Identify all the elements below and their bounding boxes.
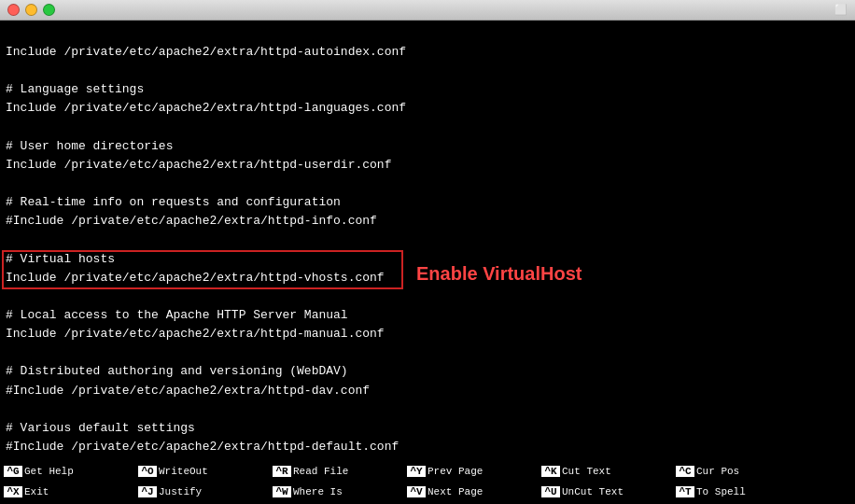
footer-item-1-2[interactable]: ^WWhere Is: [269, 486, 403, 497]
editor-line: [6, 231, 849, 249]
footer-item-1-0[interactable]: ^XExit: [0, 486, 134, 497]
shortcut-label: Get Help: [24, 466, 74, 477]
editor-line: # Real-time info on requests and configu…: [6, 193, 849, 212]
footer-item-0-5[interactable]: ^CCur Pos: [672, 466, 806, 477]
editor-line: [6, 343, 849, 362]
shortcut-label: Justify: [159, 486, 202, 497]
editor-line: # User home directories: [6, 137, 849, 156]
footer-item-0-2[interactable]: ^RRead File: [269, 466, 403, 477]
enable-virtualhost-label: Enable VirtualHost: [416, 259, 582, 288]
shortcut-key: ^K: [541, 466, 560, 477]
footer-item-1-3[interactable]: ^VNext Page: [403, 486, 538, 497]
footer-item-1-4[interactable]: ^UUnCut Text: [538, 486, 672, 497]
footer-item-0-4[interactable]: ^KCut Text: [538, 466, 672, 477]
close-button[interactable]: [7, 4, 20, 16]
shortcut-label: Prev Page: [428, 466, 483, 477]
editor-line: [6, 456, 849, 459]
footer-item-0-3[interactable]: ^YPrev Page: [403, 466, 538, 477]
editor-line: #Include /private/etc/apache2/extra/http…: [6, 212, 849, 231]
shortcut-label: To Spell: [696, 486, 746, 497]
shortcut-key: ^R: [273, 466, 291, 477]
shortcut-label: UnCut Text: [562, 486, 624, 497]
editor-line: #Include /private/etc/apache2/extra/http…: [6, 438, 849, 456]
shortcut-label: Cut Text: [562, 466, 611, 477]
footer-row-1: ^XExit^JJustify^WWhere Is^VNext Page^UUn…: [0, 486, 855, 497]
footer-item-1-1[interactable]: ^JJustify: [134, 486, 269, 497]
editor-line: Include /private/etc/apache2/extra/httpd…: [6, 43, 849, 62]
editor-line: Include /private/etc/apache2/extra/httpd…: [6, 156, 849, 175]
shortcut-key: ^C: [676, 466, 694, 477]
footer-item-1-5[interactable]: ^TTo Spell: [672, 486, 806, 497]
editor-line: #Include /private/etc/apache2/extra/http…: [6, 382, 849, 400]
editor-line: Include /private/etc/apache2/extra/httpd…: [6, 325, 849, 343]
editor-line: # Language settings: [6, 80, 849, 99]
shortcut-key: ^J: [138, 486, 157, 497]
editor-line: # Distributed authoring and versioning (…: [6, 362, 849, 381]
shortcut-label: Exit: [24, 486, 49, 497]
shortcut-key: ^U: [541, 486, 560, 497]
nano-footer: ^GGet Help^OWriteOut^RRead File^YPrev Pa…: [0, 459, 855, 504]
shortcut-key: ^G: [4, 466, 22, 477]
editor-line: [6, 287, 849, 306]
editor-line: Include /private/etc/apache2/extra/httpd…: [6, 99, 849, 118]
maximize-button[interactable]: [43, 4, 55, 16]
resize-icon: ⬜: [834, 4, 848, 16]
shortcut-label: WriteOut: [159, 466, 208, 477]
shortcut-label: Where Is: [293, 486, 343, 497]
editor-line: # Local access to the Apache HTTP Server…: [6, 306, 849, 325]
shortcut-key: ^X: [4, 486, 22, 497]
footer-row-0: ^GGet Help^OWriteOut^RRead File^YPrev Pa…: [0, 466, 855, 477]
editor-line: [6, 400, 849, 419]
shortcut-key: ^V: [407, 486, 426, 497]
shortcut-key: ^W: [273, 486, 291, 497]
shortcut-key: ^Y: [407, 466, 426, 477]
footer-item-0-1[interactable]: ^OWriteOut: [134, 466, 269, 477]
editor-line: [6, 175, 849, 193]
shortcut-label: Next Page: [428, 486, 483, 497]
title-bar: ⬜: [0, 0, 855, 21]
editor-line: [6, 119, 849, 137]
minimize-button[interactable]: [25, 4, 37, 16]
editor-line: [6, 62, 849, 80]
window-controls: [7, 4, 55, 16]
editor-line: # Various default settings: [6, 419, 849, 438]
footer-item-0-0[interactable]: ^GGet Help: [0, 466, 134, 477]
nano-header: [0, 21, 855, 39]
shortcut-label: Read File: [293, 466, 348, 477]
shortcut-label: Cur Pos: [696, 466, 739, 477]
editor-area[interactable]: Include /private/etc/apache2/extra/httpd…: [0, 39, 855, 459]
shortcut-key: ^T: [676, 486, 694, 497]
shortcut-key: ^O: [138, 466, 157, 477]
